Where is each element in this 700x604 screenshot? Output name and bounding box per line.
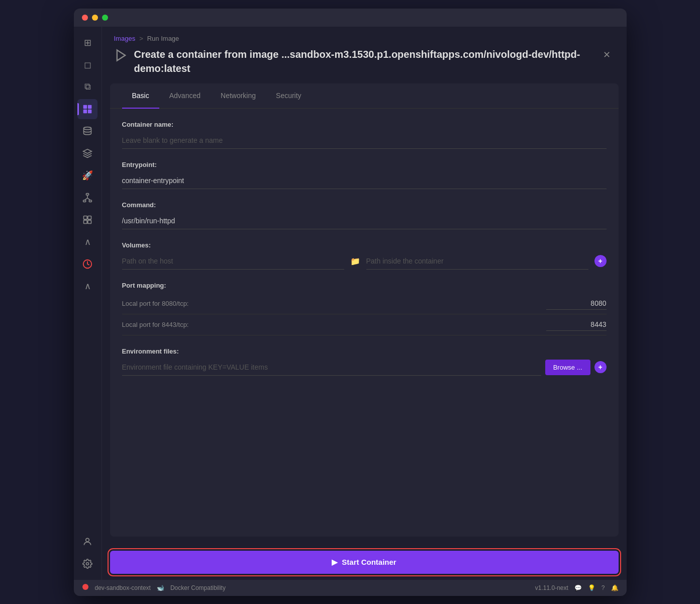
bell-icon[interactable]: 🔔: [611, 584, 619, 591]
dialog-title-inner: Create a container from image ...sandbox…: [114, 47, 599, 75]
env-files-label: Environment files:: [122, 348, 607, 355]
entrypoint-group: Entrypoint: document.currentScript.previ…: [122, 161, 607, 189]
sidebar-item-settings[interactable]: [77, 554, 97, 574]
breadcrumb-separator: >: [139, 35, 143, 42]
sidebar-chevron-up2[interactable]: ∧: [77, 276, 97, 296]
svg-rect-0: [83, 105, 87, 109]
tab-security[interactable]: Security: [266, 83, 312, 109]
titlebar: [74, 9, 627, 27]
command-input[interactable]: [122, 213, 607, 229]
env-files-input[interactable]: [122, 359, 541, 376]
dialog-header: Images > Run Image Create a container fr…: [102, 27, 627, 83]
svg-rect-3: [88, 109, 92, 113]
sidebar: ⊞ ◻ ⧉ 🚀 ∧ ∧: [74, 27, 102, 580]
start-container-button[interactable]: ▶ Start Container: [110, 551, 619, 574]
svg-rect-2: [83, 109, 87, 113]
sidebar-item-compose[interactable]: [77, 210, 97, 230]
chat-icon[interactable]: 💬: [574, 584, 582, 591]
volumes-container-input[interactable]: [366, 253, 588, 270]
env-files-row: Browse ... +: [122, 359, 607, 376]
close-button[interactable]: ✕: [599, 47, 615, 62]
tab-basic[interactable]: Basic: [122, 83, 159, 109]
statusbar-right: v1.11.0-next 💬 💡 ? 🔔: [535, 584, 619, 591]
minimize-traffic-light[interactable]: [92, 15, 98, 21]
sidebar-item-images[interactable]: [77, 99, 97, 119]
volumes-row: 📁 +: [122, 253, 607, 270]
sidebar-item-grid[interactable]: ⊞: [77, 33, 97, 53]
sidebar-item-database[interactable]: [77, 121, 97, 141]
app-window: ⊞ ◻ ⧉ 🚀 ∧ ∧: [74, 9, 627, 596]
svg-rect-11: [84, 216, 87, 219]
svg-line-9: [84, 198, 87, 200]
command-group: Command: document.currentScript.previous…: [122, 201, 607, 229]
volumes-label: Volumes:: [122, 241, 607, 249]
svg-rect-14: [88, 220, 91, 223]
start-button-wrapper: ▶ Start Container: [102, 545, 627, 580]
svg-line-10: [87, 198, 90, 200]
docker-icon: 🐋: [157, 584, 164, 591]
close-traffic-light[interactable]: [82, 15, 88, 21]
container-name-label: Container name:: [122, 121, 607, 128]
port-mapping-label: Port mapping:: [122, 282, 607, 289]
tab-advanced[interactable]: Advanced: [159, 83, 211, 109]
port-input-8080[interactable]: [546, 297, 607, 310]
bulb-icon[interactable]: 💡: [588, 584, 595, 591]
breadcrumb-parent[interactable]: Images: [114, 35, 136, 42]
tab-networking[interactable]: Networking: [211, 83, 266, 109]
sidebar-item-layers[interactable]: ⧉: [77, 77, 97, 97]
entrypoint-label: Entrypoint:: [122, 161, 607, 168]
sidebar-item-extensions[interactable]: [77, 143, 97, 163]
svg-point-16: [86, 538, 89, 542]
dialog-body: Basic Advanced Networking Security Conta…: [110, 83, 619, 537]
statusbar-version: v1.11.0-next: [535, 584, 568, 591]
svg-point-4: [84, 127, 91, 129]
container-name-group: Container name:: [122, 121, 607, 149]
status-dot-icon: [82, 583, 89, 592]
svg-point-19: [82, 584, 88, 590]
statusbar-context[interactable]: dev-sandbox-context: [95, 584, 151, 591]
volumes-host-input[interactable]: [122, 253, 344, 270]
svg-rect-5: [86, 193, 89, 195]
entrypoint-input[interactable]: [122, 172, 607, 189]
sidebar-item-openshift[interactable]: [77, 254, 97, 274]
maximize-traffic-light[interactable]: [102, 15, 108, 21]
folder-icon: 📁: [350, 256, 360, 266]
main-content: Images > Run Image Create a container fr…: [102, 27, 627, 580]
help-icon[interactable]: ?: [602, 584, 605, 591]
svg-point-17: [86, 562, 89, 565]
statusbar-left: dev-sandbox-context 🐋 Docker Compatibili…: [82, 583, 226, 592]
start-icon: ▶: [332, 558, 338, 567]
sidebar-item-network[interactable]: [77, 188, 97, 208]
port-label-8080: Local port for 8080/tcp:: [122, 300, 189, 307]
breadcrumb: Images > Run Image: [114, 35, 615, 42]
tabs: Basic Advanced Networking Security: [110, 83, 619, 109]
start-label: Start Container: [342, 558, 396, 566]
svg-rect-12: [88, 216, 91, 219]
dialog-title: Create a container from image ...sandbox…: [134, 47, 599, 75]
svg-rect-6: [83, 200, 86, 202]
sidebar-item-rocket[interactable]: 🚀: [77, 165, 97, 186]
port-row-8443: Local port for 8443/tcp: document.curren…: [122, 314, 607, 335]
form-area: Container name: Entrypoint: document.cur…: [110, 109, 619, 537]
svg-rect-1: [88, 105, 92, 109]
container-name-input[interactable]: [122, 132, 607, 149]
statusbar: dev-sandbox-context 🐋 Docker Compatibili…: [74, 580, 627, 596]
port-input-8443[interactable]: [546, 318, 607, 331]
sidebar-item-cube[interactable]: ◻: [77, 55, 97, 75]
play-icon: [114, 48, 128, 62]
sidebar-bottom: [77, 532, 97, 574]
statusbar-compatibility[interactable]: Docker Compatibility: [170, 584, 226, 591]
port-row-8080: Local port for 8080/tcp: document.curren…: [122, 293, 607, 314]
env-add-button[interactable]: +: [594, 361, 607, 373]
svg-marker-18: [117, 50, 125, 60]
command-label: Command:: [122, 201, 607, 209]
svg-rect-13: [84, 220, 87, 223]
volumes-add-button[interactable]: +: [594, 255, 607, 267]
sidebar-item-user[interactable]: [77, 532, 97, 552]
volumes-group: Volumes: 📁 +: [122, 241, 607, 270]
dialog-title-row: Create a container from image ...sandbox…: [114, 47, 615, 83]
browse-button[interactable]: Browse ...: [545, 360, 590, 375]
svg-rect-7: [89, 200, 91, 202]
port-mapping-group: Port mapping: Local port for 8080/tcp: d…: [122, 282, 607, 335]
sidebar-chevron-up[interactable]: ∧: [77, 232, 97, 252]
